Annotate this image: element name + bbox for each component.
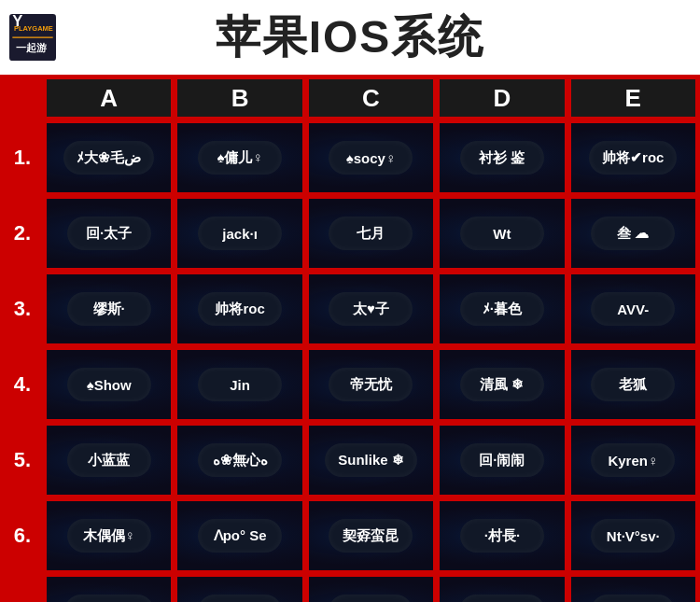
cell-r4-c5: 老狐 — [569, 348, 697, 421]
cell-content-r2-c4: Wt — [460, 217, 544, 250]
cell-r3-c4: ﾒ·暮色 — [438, 273, 566, 345]
row-num-3: 3. — [3, 273, 42, 345]
cell-r3-c1: 缪斯· — [45, 273, 173, 345]
cell-content-r3-c4: ﾒ·暮色 — [460, 292, 544, 326]
cell-r2-c4: Wt — [438, 197, 566, 270]
col-header-d: D — [438, 77, 566, 119]
cell-r7-c2: 淡墨 — [175, 575, 303, 602]
col-header-c: C — [307, 77, 435, 119]
cell-r5-c5: Kyren♀ — [569, 424, 697, 497]
cell-r6-c4: ·村長· — [438, 499, 566, 572]
row-num-4: 4. — [3, 348, 42, 421]
cell-content-r6-c1: 木偶偶♀ — [67, 519, 151, 553]
row-num-7: 7. — [3, 575, 42, 602]
cell-r5-c3: Sunlike ❄ — [307, 424, 435, 497]
cell-content-r5-c1: 小蓝蓝 — [67, 443, 151, 477]
cell-r1-c2: ♠傭儿♀ — [175, 121, 303, 194]
cell-content-r1-c2: ♠傭儿♀ — [198, 141, 282, 175]
cell-r1-c5: 帅将✔roc — [569, 121, 697, 194]
col-header-b: B — [175, 77, 303, 119]
cell-content-r5-c2: ﻩ❀無心ﻩ — [198, 443, 282, 477]
cell-content-r3-c2: 帅将roc — [198, 292, 282, 326]
header: PLAYGAME Y 一起游 苹果IOS系统 — [0, 0, 700, 75]
cell-content-r1-c1: ﾒ大❀毛ض — [63, 141, 154, 175]
logo: PLAYGAME Y 一起游 — [9, 14, 56, 61]
cell-content-r2-c1: 回·太子 — [67, 217, 151, 250]
cell-r4-c4: 清風 ❄ — [438, 348, 566, 421]
row-num-1: 1. — [3, 121, 42, 194]
row-num-6: 6. — [3, 499, 42, 572]
cell-r6-c5: Nt·V°sv· — [569, 499, 697, 572]
cell-content-r7-c3: ﻩ戊·蓝ﻩ — [329, 595, 413, 602]
svg-text:一起游: 一起游 — [16, 42, 48, 53]
cell-r5-c2: ﻩ❀無心ﻩ — [175, 424, 303, 497]
cell-r7-c3: ﻩ戊·蓝ﻩ — [307, 575, 435, 602]
cell-content-r1-c4: 衬衫 鉴 — [460, 141, 544, 175]
svg-text:Y: Y — [12, 14, 22, 30]
cell-content-r6-c5: Nt·V°sv· — [591, 519, 675, 553]
cell-r2-c1: 回·太子 — [45, 197, 173, 270]
cell-r6-c1: 木偶偶♀ — [45, 499, 173, 572]
corner-cell — [3, 77, 42, 119]
cell-content-r3-c1: 缪斯· — [67, 292, 151, 326]
cell-content-r2-c2: jack·ı — [198, 217, 282, 250]
cell-content-r1-c5: 帅将✔roc — [589, 141, 677, 175]
cell-content-r3-c5: AVV- — [591, 292, 675, 326]
cell-r6-c3: 契孬蛮昆 — [307, 499, 435, 572]
cell-content-r4-c3: 帝无忧 — [329, 368, 413, 401]
cell-content-r5-c4: 回·闹闹 — [460, 443, 544, 477]
cell-content-r2-c5: 叁 ☁ — [591, 217, 675, 250]
cell-r4-c3: 帝无忧 — [307, 348, 435, 421]
cell-content-r7-c2: 淡墨 — [198, 595, 282, 602]
cell-content-r6-c4: ·村長· — [460, 519, 544, 553]
cell-r7-c4: 薛之谦 ☁ — [438, 575, 566, 602]
cell-content-r6-c2: Ʌpo° Se — [198, 519, 282, 553]
cell-content-r7-c4: 薛之谦 ☁ — [459, 595, 545, 602]
cell-r1-c1: ﾒ大❀毛ض — [45, 121, 173, 194]
row-num-5: 5. — [3, 424, 42, 497]
cell-content-r4-c5: 老狐 — [591, 368, 675, 401]
cell-content-r6-c3: 契孬蛮昆 — [329, 519, 413, 553]
cell-content-r4-c2: Jin — [198, 368, 282, 401]
row-num-2: 2. — [3, 197, 42, 270]
cell-content-r5-c5: Kyren♀ — [591, 443, 675, 477]
page-title: 苹果IOS系统 — [216, 7, 485, 67]
col-header-e: E — [569, 77, 697, 119]
cell-content-r4-c4: 清風 ❄ — [460, 368, 544, 401]
grid-container: ABCDE1.ﾒ大❀毛ض♠傭儿♀♠socy♀衬衫 鉴帅将✔roc2.回·太子ja… — [0, 75, 700, 602]
cell-content-r3-c3: 太♥子 — [329, 292, 413, 326]
cell-r3-c3: 太♥子 — [307, 273, 435, 345]
cell-r3-c2: 帅将roc — [175, 273, 303, 345]
col-header-a: A — [45, 77, 173, 119]
cell-r7-c5: mʌp月❄ — [569, 575, 697, 602]
cell-content-r7-c5: mʌp月❄ — [591, 595, 675, 602]
cell-r2-c3: 七月 — [307, 197, 435, 270]
cell-r5-c4: 回·闹闹 — [438, 424, 566, 497]
cell-content-r5-c3: Sunlike ❄ — [325, 443, 417, 477]
cell-r4-c1: ♠Show — [45, 348, 173, 421]
cell-r5-c1: 小蓝蓝 — [45, 424, 173, 497]
cell-r1-c3: ♠socy♀ — [307, 121, 435, 194]
cell-r7-c1: 法力无边4 — [45, 575, 173, 602]
cell-r2-c2: jack·ı — [175, 197, 303, 270]
cell-content-r4-c1: ♠Show — [67, 368, 151, 401]
cell-content-r2-c3: 七月 — [329, 217, 413, 250]
cell-r3-c5: AVV- — [569, 273, 697, 345]
cell-content-r7-c1: 法力无边4 — [64, 595, 154, 602]
cell-r1-c4: 衬衫 鉴 — [438, 121, 566, 194]
cell-r2-c5: 叁 ☁ — [569, 197, 697, 270]
cell-r4-c2: Jin — [175, 348, 303, 421]
cell-r6-c2: Ʌpo° Se — [175, 499, 303, 572]
cell-content-r1-c3: ♠socy♀ — [329, 141, 413, 175]
